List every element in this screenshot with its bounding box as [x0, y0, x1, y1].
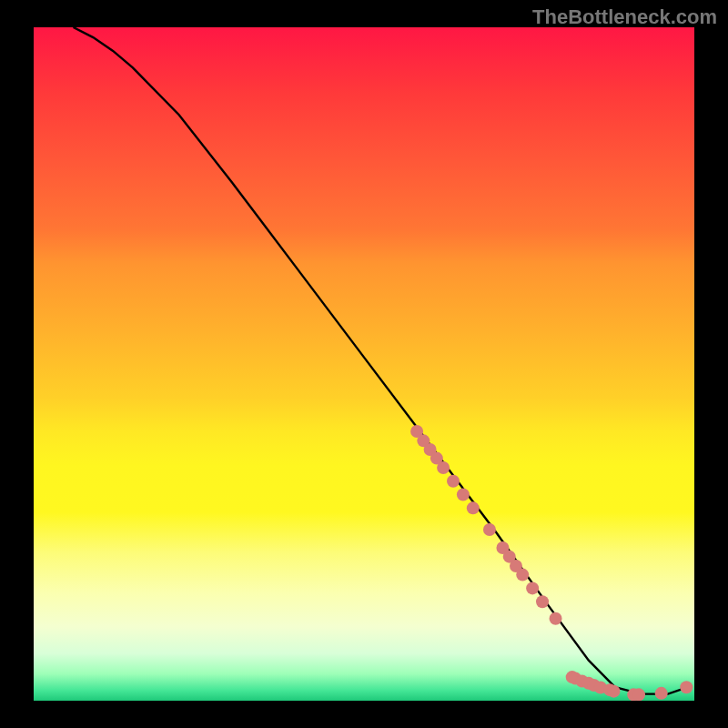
data-marker [437, 461, 450, 474]
curve-line [74, 27, 688, 694]
data-marker [550, 612, 562, 625]
data-marker [536, 595, 549, 608]
data-marker [526, 581, 539, 594]
data-marker [457, 489, 470, 501]
data-marker [655, 687, 668, 700]
watermark-text: TheBottleneck.com [532, 5, 717, 29]
data-marker [447, 475, 460, 488]
data-marker [632, 688, 645, 701]
data-marker [607, 685, 620, 698]
data-marker [680, 681, 693, 693]
data-marker [467, 501, 480, 514]
chart-svg [34, 27, 694, 701]
chart-plot-area [34, 27, 694, 701]
data-marker [516, 569, 529, 581]
data-marker [483, 523, 496, 536]
marker-group [410, 425, 693, 701]
